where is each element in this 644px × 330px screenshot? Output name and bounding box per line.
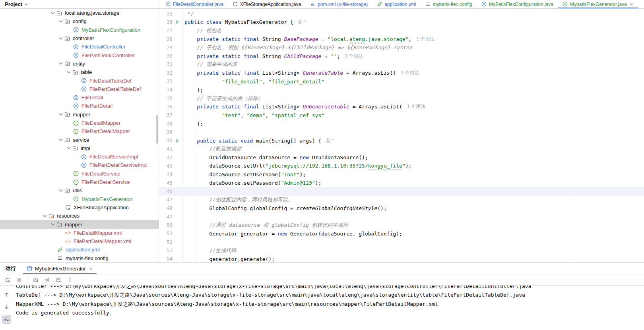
- tree-item-mapper[interactable]: mapper: [0, 110, 159, 119]
- tree-item-utils[interactable]: utils: [0, 186, 159, 195]
- code-line-50[interactable]: 50 //通过 datasource 和 globalConfig 创建代码生成…: [159, 221, 644, 229]
- inlay-hint[interactable]: 新 *: [326, 137, 334, 144]
- code-line-30[interactable]: 30 private static final String ChildPack…: [159, 52, 644, 60]
- tree-item-filedetailtabledef[interactable]: CFileDetailTableDef: [0, 76, 159, 85]
- code-line-29[interactable]: 29 // 子包名, 例如 ${BasePackage}.${ChildPack…: [159, 43, 644, 52]
- tree-item-filepartdetail[interactable]: CFilePartDetail: [0, 102, 159, 110]
- console[interactable]: Controller ---> D:\My\workspace\开发之路\Jav…: [14, 286, 644, 330]
- run-line-icon[interactable]: [175, 19, 180, 25]
- tree-item-filepartdetailmapper[interactable]: IFilePartDetailMapper: [0, 127, 159, 135]
- inlay-hint[interactable]: 3 个用法: [345, 53, 363, 60]
- rerun-button[interactable]: [3, 276, 12, 284]
- code-line-52[interactable]: 52: [159, 238, 644, 246]
- scroll-up-button[interactable]: [2, 290, 11, 299]
- project-panel-header[interactable]: Project: [0, 0, 159, 9]
- chevron-down-icon[interactable]: [58, 60, 64, 67]
- chevron-down-icon[interactable]: [66, 145, 72, 151]
- tree-item-table[interactable]: table: [0, 68, 159, 76]
- inlay-hint[interactable]: 新 *: [298, 19, 306, 25]
- tab-mybatisflexconfiguration-java[interactable]: CMyBatisFlexConfiguration.java: [477, 0, 558, 8]
- gauge-button[interactable]: [54, 276, 63, 284]
- tab-filedetailcontroller-java[interactable]: CFileDetailController.java: [161, 0, 228, 8]
- code-line-39[interactable]: 39: [159, 128, 644, 136]
- chevron-down-icon[interactable]: [50, 221, 56, 228]
- tree-item-controller[interactable]: controller: [0, 34, 159, 42]
- run-tab-mybatisflexgenerator[interactable]: MybatisFlexGenerator: [22, 263, 97, 274]
- camera-button[interactable]: [31, 276, 40, 284]
- inlay-hint[interactable]: 1 个用法: [416, 36, 435, 42]
- code-line-45[interactable]: 45 dataSource.setPassword("Admin@123");: [159, 179, 644, 187]
- code-line-26[interactable]: 26public class MybatisFlexGenerator {新 *: [159, 18, 644, 26]
- code-line-25[interactable]: 25 */: [159, 10, 644, 18]
- code-line-54[interactable]: 54 generator.generate();: [159, 255, 644, 262]
- code-line-31[interactable]: 31 // 需要生成的表: [159, 60, 644, 69]
- code-line-37[interactable]: 37 "test", "demo", "spatial_ref_sys": [159, 111, 644, 120]
- code-line-28[interactable]: 28 private static final String BasePacka…: [159, 35, 644, 43]
- code-line-53[interactable]: 53 //生成代码: [159, 246, 644, 255]
- chevron-down-icon[interactable]: [58, 187, 64, 194]
- code-line-51[interactable]: 51 Generator generator = new Generator(d…: [159, 230, 644, 238]
- tree-item-filedetail[interactable]: CFileDetail: [0, 93, 159, 102]
- chevron-down-icon[interactable]: [42, 213, 48, 219]
- chevron-down-icon[interactable]: [58, 18, 64, 25]
- tree-item-mybatis-flex-config[interactable]: mybatis-flex.config: [0, 254, 159, 262]
- code-line-43[interactable]: 43 dataSource.setUrl("jdbc:mysql://192.1…: [159, 162, 644, 170]
- tree-item-filepartdetailcontroller[interactable]: CFilePartDetailController: [0, 51, 159, 59]
- tree-item-application-yml[interactable]: application.yml: [0, 245, 159, 254]
- tree-item-mapper[interactable]: mapper: [0, 220, 159, 228]
- tree-item-xfilestorageapplication[interactable]: XFileStorageApplication: [0, 203, 159, 212]
- tree-item-filedetailmapper-xml[interactable]: </>FileDetailMapper.xml: [0, 229, 159, 237]
- tab-xfilestorageapplication-java[interactable]: XFileStorageApplication.java: [228, 0, 305, 8]
- tree-item-filepartdetailservice[interactable]: IFilePartDetailService: [0, 178, 159, 186]
- tree-item-filepartdetailmapper-xml[interactable]: </>FilePartDetailMapper.xml: [0, 237, 159, 245]
- tab-mybatis-flex-config[interactable]: mybatis-flex.config: [421, 0, 477, 8]
- code-line-33[interactable]: 33 "file_detail", "file_part_detail": [159, 77, 644, 85]
- chevron-down-icon[interactable]: [58, 137, 64, 143]
- chevron-down-icon[interactable]: [23, 2, 29, 7]
- import-button[interactable]: [43, 276, 51, 284]
- tree-item-service[interactable]: service: [0, 135, 159, 144]
- tree-item-local-ateng-java-storage[interactable]: local.ateng.java.storage: [0, 9, 159, 17]
- code-line-44[interactable]: 44 dataSource.setUsername("root");: [159, 170, 644, 179]
- tree-scrollbar-thumb[interactable]: [156, 115, 158, 144]
- tree-item-filedetailservice[interactable]: IFileDetailService: [0, 170, 159, 178]
- scroll-down-button[interactable]: [2, 303, 11, 311]
- tree-item-filepartdetailtabledef[interactable]: CFilePartDetailTableDef: [0, 85, 159, 93]
- chevron-down-icon[interactable]: [66, 69, 72, 75]
- tab-mybatisflexgenerator-java[interactable]: MybatisFlexGenerator.java: [558, 0, 638, 8]
- tree-item-impl[interactable]: impl: [0, 144, 159, 152]
- code-line-42[interactable]: 42 DruidDataSource dataSource = new Drui…: [159, 153, 644, 162]
- close-icon[interactable]: [629, 2, 634, 7]
- more-button[interactable]: [66, 276, 74, 284]
- chevron-down-icon[interactable]: [58, 35, 64, 42]
- inlay-hint[interactable]: 1 个用法: [407, 103, 425, 110]
- tab-application-yml[interactable]: application.yml: [372, 0, 420, 8]
- code-line-38[interactable]: 38 );: [159, 120, 644, 128]
- stop-button[interactable]: [15, 276, 23, 284]
- tree-item-resources[interactable]: resources: [0, 212, 159, 220]
- chevron-down-icon[interactable]: [58, 111, 64, 118]
- tree-item-filepartdetailserviceimpl[interactable]: CFilePartDetailServiceImpl: [0, 161, 159, 169]
- soft-wrap-toggle[interactable]: [2, 315, 11, 324]
- close-icon[interactable]: [88, 266, 93, 271]
- tab-pom-xml-x-file-storage[interactable]: mpom.xml (x-file-storage): [305, 0, 372, 8]
- code-line-34[interactable]: 34 );: [159, 86, 644, 94]
- tree-item-mybatisflexgenerator[interactable]: MybatisFlexGenerator: [0, 195, 159, 203]
- code-line-41[interactable]: 41 //配置数据源: [159, 145, 644, 153]
- code-line-48[interactable]: 48 GlobalConfig globalConfig = createGlo…: [159, 204, 644, 212]
- tree-item-config[interactable]: config: [0, 17, 159, 25]
- code-line-47[interactable]: 47 //创建配置内容，两种风格都可以。: [159, 196, 644, 204]
- code-line-32[interactable]: 32 private static final List<String> Gen…: [159, 69, 644, 77]
- code-line-49[interactable]: 49: [159, 212, 644, 221]
- tree-item-filedetailcontroller[interactable]: CFileDetailController: [0, 42, 159, 51]
- inlay-hint[interactable]: 1 个用法: [401, 69, 419, 76]
- run-line-icon[interactable]: [175, 138, 180, 143]
- tree-item-mybatisflexconfiguration[interactable]: CMyBatisFlexConfiguration: [0, 26, 159, 34]
- tree-item-entity[interactable]: entity: [0, 60, 159, 68]
- code-line-40[interactable]: 40 public static void main(String[] args…: [159, 136, 644, 145]
- chevron-down-icon[interactable]: [50, 10, 56, 16]
- code-line-27[interactable]: 27 // 根包名: [159, 27, 644, 35]
- tree-item-filedetailmapper[interactable]: IFileDetailMapper: [0, 119, 159, 127]
- code-editor[interactable]: 25 */26public class MybatisFlexGenerator…: [159, 9, 644, 262]
- code-line-35[interactable]: 35 // 不需要生成的表（排除）: [159, 94, 644, 102]
